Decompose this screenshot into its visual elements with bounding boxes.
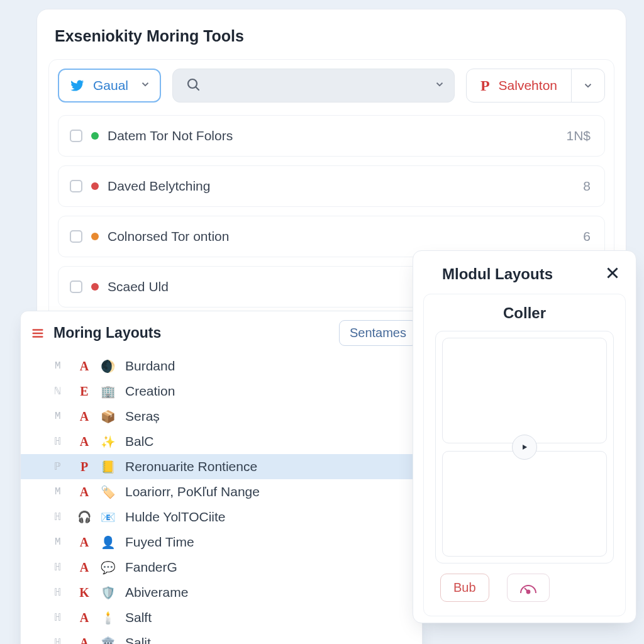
item-title: Scaed Uld bbox=[108, 279, 169, 294]
letter-glyph: A bbox=[77, 485, 91, 499]
moring-item[interactable]: ℍA💬FanderG bbox=[21, 555, 422, 580]
item-emoji-icon: 🏢 bbox=[100, 384, 116, 399]
list-icon bbox=[31, 326, 45, 340]
moring-layouts-panel: Moring Layouts Sentames MA🌒BurdandℕE🏢Cre… bbox=[20, 311, 423, 644]
salvehton-main[interactable]: P Salvehton bbox=[467, 69, 572, 102]
toolbar: Gaual P Salvehton bbox=[58, 69, 605, 103]
moring-item[interactable]: ℍ🎧📧Hulde YolTOCiite bbox=[21, 504, 422, 530]
moring-item[interactable]: ℍK🛡️Abiverame bbox=[21, 580, 422, 605]
moring-header: Moring Layouts Sentames bbox=[21, 311, 422, 352]
letter-glyph: A bbox=[77, 359, 91, 374]
item-emoji-icon: 🏷️ bbox=[100, 485, 116, 499]
letter-glyph: 🎧 bbox=[77, 510, 91, 524]
moring-item[interactable]: ℙP📒Reronuarite Rontience bbox=[21, 454, 422, 479]
gauge-button[interactable] bbox=[507, 574, 550, 602]
side-title: Mlodul Layouts bbox=[442, 265, 553, 283]
salvehton-chevron[interactable] bbox=[572, 80, 604, 91]
play-button[interactable] bbox=[512, 435, 537, 460]
item-emoji-icon: 💬 bbox=[100, 560, 116, 575]
letter-glyph: A bbox=[77, 560, 91, 575]
type-glyph: ℍ bbox=[55, 586, 69, 599]
checkbox[interactable] bbox=[70, 230, 82, 243]
item-name: Salft bbox=[125, 610, 409, 625]
type-glyph: M bbox=[55, 360, 69, 372]
item-emoji-icon: 📒 bbox=[100, 460, 116, 474]
svg-marker-7 bbox=[523, 445, 527, 450]
item-emoji-icon: 📦 bbox=[100, 409, 116, 424]
salvehton-label: Salvehton bbox=[499, 78, 557, 93]
twitter-icon bbox=[70, 79, 84, 92]
coller-heading: Coller bbox=[435, 304, 614, 322]
gaual-dropdown[interactable]: Gaual bbox=[58, 69, 161, 103]
letter-glyph: A bbox=[77, 611, 91, 625]
moring-item[interactable]: ℍA🏛️Salit bbox=[21, 630, 422, 644]
item-name: Loariorr, PoKľuf Nange bbox=[125, 484, 409, 499]
moring-item[interactable]: MA🌒Burdand bbox=[21, 353, 422, 379]
moring-item[interactable]: MA📦Seraș bbox=[21, 404, 422, 429]
item-name: Abiverame bbox=[125, 585, 409, 600]
search-icon bbox=[186, 77, 201, 95]
type-glyph: ℍ bbox=[55, 636, 69, 644]
moring-list: MA🌒BurdandℕE🏢CreationMA📦SerașℍA✨BalCℙP📒R… bbox=[21, 352, 422, 644]
item-count: 8 bbox=[583, 179, 591, 194]
item-count: 6 bbox=[583, 229, 591, 244]
item-count: 1N$ bbox=[566, 128, 591, 143]
type-glyph: M bbox=[55, 486, 69, 497]
preview-slots bbox=[435, 331, 614, 564]
moring-item[interactable]: ℍA🕯️Salft bbox=[21, 605, 422, 630]
item-emoji-icon: 👤 bbox=[100, 535, 116, 550]
item-name: FanderG bbox=[125, 560, 409, 575]
close-button[interactable] bbox=[604, 265, 621, 284]
letter-glyph: A bbox=[77, 535, 91, 550]
item-title: Daved Belytching bbox=[108, 179, 210, 194]
type-glyph: ℍ bbox=[55, 511, 69, 523]
type-glyph: ℍ bbox=[55, 561, 69, 574]
gaual-label: Gaual bbox=[93, 78, 128, 93]
item-emoji-icon: 🛡️ bbox=[100, 586, 116, 600]
moring-item[interactable]: MA👤Fuyed Time bbox=[21, 530, 422, 555]
svg-line-1 bbox=[196, 87, 199, 90]
status-dot bbox=[91, 233, 99, 240]
sentames-button[interactable]: Sentames bbox=[339, 320, 417, 346]
chevron-down-icon[interactable] bbox=[434, 78, 445, 93]
type-glyph: ℕ bbox=[55, 385, 69, 397]
moring-item[interactable]: ℕE🏢Creation bbox=[21, 379, 422, 404]
item-name: Burdand bbox=[125, 358, 409, 374]
list-item[interactable]: Datem Tor Not Folors 1N$ bbox=[58, 115, 605, 157]
type-glyph: ℍ bbox=[55, 435, 69, 448]
item-name: Creation bbox=[125, 384, 409, 399]
item-title: Colnorsed Tor ontion bbox=[108, 229, 229, 244]
moring-item[interactable]: MA🏷️Loariorr, PoKľuf Nange bbox=[21, 479, 422, 504]
search-field[interactable] bbox=[172, 69, 455, 103]
item-name: Hulde YolTOCiite bbox=[125, 509, 409, 525]
letter-glyph: K bbox=[77, 586, 91, 600]
item-name: Reronuarite Rontience bbox=[125, 459, 409, 474]
letter-glyph: E bbox=[77, 384, 91, 399]
checkbox[interactable] bbox=[70, 180, 82, 192]
status-dot bbox=[91, 132, 99, 140]
page-title: Exseniokity Moring Tools bbox=[37, 27, 626, 59]
moring-title: Moring Layouts bbox=[53, 325, 161, 341]
type-glyph: ℍ bbox=[55, 611, 69, 624]
item-name: Fuyed Time bbox=[125, 535, 409, 550]
type-glyph: ℙ bbox=[55, 460, 69, 473]
letter-glyph: A bbox=[77, 435, 91, 449]
item-emoji-icon: 🌒 bbox=[100, 359, 116, 374]
item-emoji-icon: ✨ bbox=[100, 435, 116, 449]
mlodul-layouts-card: Mlodul Layouts Coller Bub bbox=[413, 250, 636, 623]
search-input[interactable] bbox=[207, 79, 396, 93]
moring-item[interactable]: ℍA✨BalC bbox=[21, 429, 422, 454]
side-inner: Coller Bub bbox=[423, 294, 626, 616]
list-item[interactable]: Daved Belytching 8 bbox=[58, 165, 605, 207]
letter-glyph: A bbox=[77, 636, 91, 645]
bub-button[interactable]: Bub bbox=[440, 574, 489, 602]
layout-slot-bottom[interactable] bbox=[442, 451, 607, 557]
chevron-down-icon bbox=[140, 78, 151, 93]
checkbox[interactable] bbox=[70, 280, 82, 293]
salvehton-dropdown[interactable]: P Salvehton bbox=[466, 69, 605, 103]
item-name: Seraș bbox=[125, 409, 409, 424]
item-title: Datem Tor Not Folors bbox=[108, 128, 233, 143]
checkbox[interactable] bbox=[70, 130, 82, 142]
item-emoji-icon: 🏛️ bbox=[100, 636, 116, 645]
layout-slot-top[interactable] bbox=[442, 338, 607, 443]
